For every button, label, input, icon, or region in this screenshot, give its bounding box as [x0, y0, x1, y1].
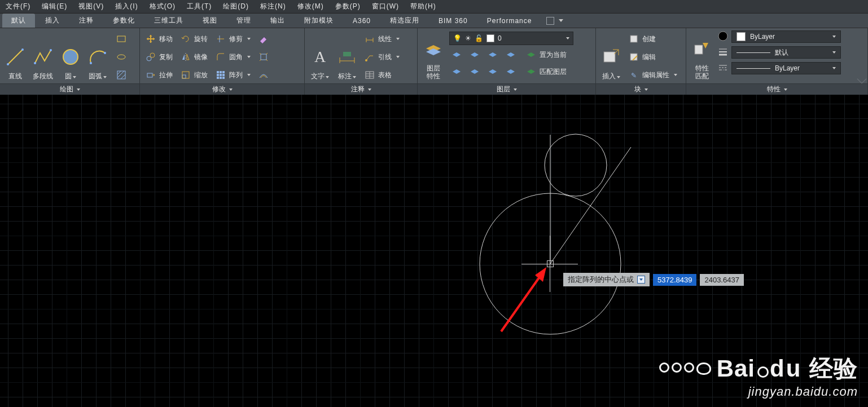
ribbon-menu-dropdown-icon[interactable] [559, 19, 563, 22]
panel-modify: 移动 复制 拉伸 旋转 镜像 缩放 修剪 圆角 阵列 修改 [140, 28, 305, 95]
panel-annotate: A 文字 标注 线性 引线 表格 注释 [305, 28, 418, 95]
cmd-erase[interactable] [256, 32, 271, 46]
layer-color-swatch [486, 34, 494, 42]
layer-tool-4[interactable] [503, 47, 518, 62]
cmd-array[interactable]: 阵列 [213, 68, 253, 82]
cmd-explode[interactable] [256, 50, 271, 64]
cmd-copy[interactable]: 复制 [143, 50, 175, 64]
cmd-set-current-layer[interactable]: 置为当前 [524, 47, 569, 62]
menu-file[interactable]: 文件(F) [6, 2, 30, 11]
cmd-arc[interactable]: 圆弧 [86, 30, 109, 81]
drawing-area[interactable]: 指定阵列的中心点或 5372.8439 2403.6437 Baidu 经验 j… [0, 95, 868, 407]
tab-default[interactable]: 默认 [2, 14, 35, 28]
pickbox [547, 260, 554, 267]
cmd-trim[interactable]: 修剪 [213, 32, 253, 46]
polyline-icon [33, 45, 52, 69]
cmd-layer-props[interactable]: 图层 特性 [421, 30, 446, 81]
cmd-stretch[interactable]: 拉伸 [143, 68, 175, 82]
menu-dimension[interactable]: 标注(N) [260, 2, 286, 11]
panel-layers-title[interactable]: 图层 [418, 83, 595, 95]
tab-bim360[interactable]: BIM 360 [429, 14, 477, 28]
cmd-line[interactable]: 直线 [3, 30, 27, 81]
tab-manage[interactable]: 管理 [227, 14, 260, 28]
cmd-dimension[interactable]: 标注 [335, 30, 359, 81]
cmd-edit-attr[interactable]: ✎编辑属性 [626, 68, 680, 82]
tab-parametric[interactable]: 参数化 [104, 14, 144, 28]
set-current-icon [526, 50, 536, 60]
cmd-rotate[interactable]: 旋转 [178, 32, 210, 46]
cmd-text[interactable]: A 文字 [308, 30, 332, 81]
cmd-move[interactable]: 移动 [143, 32, 175, 46]
svg-text:A: A [314, 48, 326, 65]
prompt-options-icon[interactable] [637, 276, 645, 284]
svg-point-2 [21, 48, 24, 51]
layer-tool-7[interactable] [485, 64, 500, 79]
panel-draw-title[interactable]: 绘图 [0, 83, 139, 95]
menu-draw[interactable]: 绘图(D) [223, 2, 249, 11]
color-dropdown[interactable]: ByLayer [731, 30, 841, 43]
panel-modify-title[interactable]: 修改 [140, 83, 304, 95]
arc-icon [88, 45, 107, 69]
layer-tool-6[interactable] [467, 64, 482, 79]
cmd-edit-block[interactable]: 编辑 [626, 50, 680, 64]
cmd-insert-block[interactable]: 插入 [599, 30, 623, 81]
coord-x-input[interactable]: 5372.8439 [653, 274, 696, 286]
menu-insert[interactable]: 插入(I) [115, 2, 138, 11]
cmd-match-props[interactable]: 特性 匹配 [690, 30, 714, 81]
menu-tools[interactable]: 工具(T) [187, 2, 212, 11]
layer-tool-1[interactable] [449, 47, 464, 62]
lineweight-icon[interactable] [718, 47, 728, 59]
cmd-dim-linear[interactable]: 线性 [362, 32, 402, 46]
coord-y-input[interactable]: 2403.6437 [700, 274, 743, 286]
panel-block-title[interactable]: 块 [596, 83, 686, 95]
ribbon-cycle-icon[interactable] [546, 17, 554, 25]
menu-format[interactable]: 格式(O) [150, 2, 176, 11]
scale-icon [181, 70, 191, 80]
menu-modify[interactable]: 修改(M) [297, 2, 324, 11]
panel-properties-title[interactable]: 特性 [686, 83, 867, 95]
panel-annotate-title[interactable]: 注释 [305, 83, 417, 95]
linetype-dropdown[interactable]: ByLayer [731, 62, 841, 74]
menu-edit[interactable]: 编辑(E) [42, 2, 67, 11]
svg-rect-28 [217, 77, 219, 79]
tab-3dtools[interactable]: 三维工具 [145, 14, 192, 28]
cmd-rectangle[interactable] [114, 32, 129, 46]
cmd-ellipse[interactable] [114, 50, 129, 64]
menu-help[interactable]: 帮助(H) [410, 2, 436, 11]
tab-a360[interactable]: A360 [344, 14, 380, 28]
tab-insert[interactable]: 插入 [36, 14, 69, 28]
tab-performance[interactable]: Performance [478, 14, 541, 28]
layer-tool-8[interactable] [503, 64, 518, 79]
cmd-leader[interactable]: 引线 [362, 50, 402, 64]
svg-rect-29 [220, 77, 222, 79]
linetype-icon[interactable] [718, 63, 728, 74]
menu-view[interactable]: 视图(V) [78, 2, 104, 11]
layer-tool-5[interactable] [449, 64, 464, 79]
cmd-polyline[interactable]: 多段线 [30, 30, 55, 81]
tab-addons[interactable]: 附加模块 [295, 14, 343, 28]
menu-window[interactable]: 窗口(W) [372, 2, 399, 11]
tab-view[interactable]: 视图 [194, 14, 226, 28]
cmd-offset[interactable] [256, 68, 271, 82]
svg-line-0 [8, 50, 23, 64]
svg-text:✎: ✎ [631, 72, 637, 79]
color-wheel-icon[interactable] [718, 31, 728, 43]
cmd-fillet[interactable]: 圆角 [213, 50, 253, 64]
tab-featured[interactable]: 精选应用 [381, 14, 428, 28]
layer-tool-2[interactable] [467, 47, 482, 62]
cmd-scale[interactable]: 缩放 [178, 68, 210, 82]
panel-properties: 特性 匹配 ByLayer 默认 ByLayer 特性 [686, 28, 868, 95]
layer-tool-3[interactable] [485, 47, 500, 62]
ribbon-tabs: 默认 插入 注释 参数化 三维工具 视图 管理 输出 附加模块 A360 精选应… [0, 14, 868, 28]
tab-output[interactable]: 输出 [261, 14, 294, 28]
cmd-match-layer[interactable]: 匹配图层 [524, 64, 569, 79]
layer-dropdown[interactable]: 💡 ☀ 🔓 0 [449, 32, 573, 45]
tab-annotate[interactable]: 注释 [70, 14, 103, 28]
cmd-create-block[interactable]: 创建 [626, 32, 680, 46]
menu-param[interactable]: 参数(P) [335, 2, 361, 11]
cmd-circle[interactable]: 圆 [59, 30, 82, 81]
cmd-table[interactable]: 表格 [362, 68, 402, 82]
cmd-hatch[interactable] [114, 68, 129, 82]
lineweight-dropdown[interactable]: 默认 [731, 46, 841, 59]
cmd-mirror[interactable]: 镜像 [178, 50, 210, 64]
